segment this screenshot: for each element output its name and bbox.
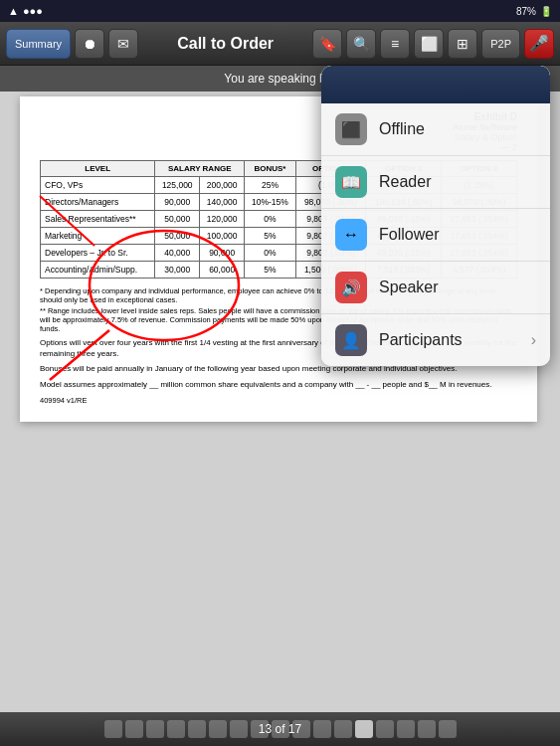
menu-item-participants[interactable]: 👤 Participants › [321,314,550,366]
cell-sal-low: 40,000 [155,245,200,262]
search-button[interactable]: 🔍 [346,29,376,59]
signal-icon: ●●● [23,5,43,17]
menu-item-offline[interactable]: ⬛ Offline [321,103,550,156]
summary-button[interactable]: Summary [6,29,71,59]
page-dot[interactable] [146,720,164,738]
menu-item-reader[interactable]: 📖 Reader [321,156,550,209]
cell-level: Developers – Jr. to Sr. [41,245,155,262]
p2p-button[interactable]: P2P [481,29,520,59]
tablet-button[interactable]: ⬜ [414,29,444,59]
cell-bonus: 5% [245,228,296,245]
mail-button[interactable]: ✉ [108,29,138,59]
dropdown-menu: ⬛ Offline 📖 Reader ↔ Follower 🔊 Speaker … [321,66,550,366]
follower-icon: ↔ [335,219,367,251]
col-bonus: BONUS* [245,161,296,177]
page-dot[interactable] [125,720,143,738]
cell-sal-high: 100,000 [200,228,245,245]
participants-label: Participants [379,331,463,349]
page-indicator: 13 of 17 [259,722,301,736]
speaker-label: Speaker [379,279,439,296]
list-button[interactable]: ≡ [380,29,410,59]
offline-label: Offline [379,120,425,138]
cell-bonus: 10%-15% [245,194,296,211]
battery-icon: 🔋 [540,6,552,17]
page-dot[interactable] [230,720,248,738]
cell-level: Marketing [41,228,155,245]
menu-item-speaker[interactable]: 🔊 Speaker [321,262,550,314]
dropdown-menu-header [321,66,550,103]
toolbar: Summary ⏺ ✉ Call to Order 🔖 🔍 ≡ ⬜ ⊞ P2P … [0,22,560,66]
cell-sal-low: 30,000 [155,262,200,279]
cell-bonus: 25% [245,177,296,194]
battery-label: 87% [516,6,536,17]
participants-icon: 👤 [335,324,367,356]
mic-button[interactable]: 🎤 [524,29,554,59]
page-dot[interactable] [418,720,436,738]
bottom-bar: 13 of 17 [0,712,560,746]
toolbar-right: 🔖 🔍 ≡ ⬜ ⊞ P2P 🎤 [312,29,554,59]
cell-sal-low: 50,000 [155,211,200,228]
page-dot[interactable] [209,720,227,738]
notification-text: You are speaking but [224,72,335,86]
cell-sal-high: 120,000 [200,211,245,228]
wifi-icon: ▲ [8,5,19,17]
doc-number: 409994 v1/RE [40,396,517,405]
para3: Model assumes approximately __ million c… [40,379,517,390]
page-dot-active[interactable] [355,720,373,738]
page-dot[interactable] [439,720,457,738]
page-dot[interactable] [334,720,352,738]
cell-sal-low: 125,000 [155,177,200,194]
cell-sal-high: 140,000 [200,194,245,211]
cell-level: Sales Representatives** [41,211,155,228]
page-dot[interactable] [397,720,415,738]
cell-bonus: 0% [245,245,296,262]
col-salary: SALARY RANGE [155,161,245,177]
cell-bonus: 0% [245,211,296,228]
cell-sal-high: 60,000 [200,262,245,279]
reader-icon: 📖 [335,166,367,198]
offline-icon: ⬛ [335,113,367,145]
cell-level: CFO, VPs [41,177,155,194]
col-level: LEVEL [41,161,155,177]
menu-item-follower[interactable]: ↔ Follower [321,209,550,262]
follower-label: Follower [379,226,439,244]
toolbar-left: Summary ⏺ ✉ [6,29,138,59]
status-left: ▲ ●●● [8,5,43,17]
speaker-icon: 🔊 [335,272,367,303]
cell-level: Directors/Managers [41,194,155,211]
bookmark-button[interactable]: 🔖 [312,29,342,59]
grid-button[interactable]: ⊞ [448,29,477,59]
page-dot[interactable] [188,720,206,738]
status-right: 87% 🔋 [516,6,552,17]
cell-bonus: 5% [245,262,296,279]
record-button[interactable]: ⏺ [75,29,104,59]
chevron-right-icon: › [531,331,536,349]
cell-sal-low: 50,000 [155,228,200,245]
page-dot[interactable] [104,720,122,738]
cell-sal-high: 90,000 [200,245,245,262]
status-bar: ▲ ●●● 87% 🔋 [0,0,560,22]
page-dot[interactable] [167,720,185,738]
cell-level: Accounting/Admin/Supp. [41,262,155,279]
toolbar-title: Call to Order [138,35,312,53]
reader-label: Reader [379,173,431,191]
cell-sal-low: 90,000 [155,194,200,211]
cell-sal-high: 200,000 [200,177,245,194]
page-dot[interactable] [313,720,331,738]
page-dot[interactable] [376,720,394,738]
